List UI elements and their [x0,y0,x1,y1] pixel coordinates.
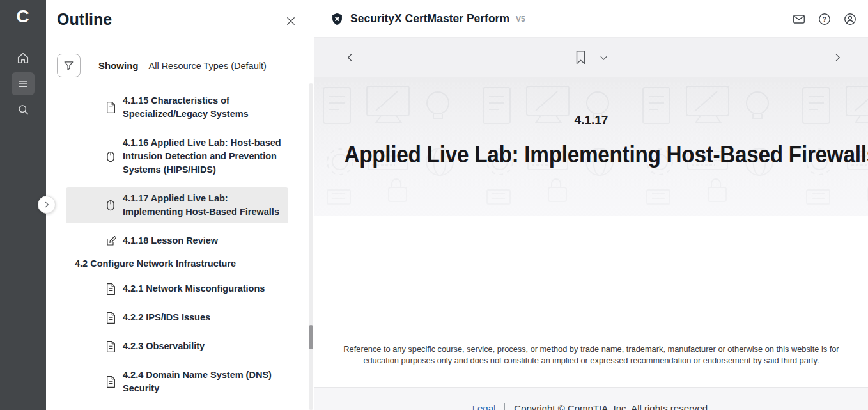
document-icon [105,375,117,388]
panel-collapse-button[interactable] [38,196,56,214]
outline-section-4-2[interactable]: 4.2 Configure Network Infrastructure [75,258,309,269]
outline-item-4-1-17-selected[interactable]: 4.1.17 Applied Live Lab: Implementing Ho… [66,187,288,223]
product-title: SecurityX CertMaster Perform [350,12,509,26]
lesson-title: Applied Live Lab: Implementing Host-Base… [314,141,868,168]
account-icon [843,12,857,26]
document-icon [105,340,117,353]
search-icon [17,103,30,116]
mail-icon [792,12,806,26]
outline-item-4-1-16[interactable]: 4.1.16 Applied Live Lab: Host-based Intr… [66,132,288,181]
outline-item-label: 4.2.1 Network Misconfigurations [123,282,265,296]
home-icon [16,51,30,65]
bookmark-icon [574,50,587,65]
close-outline-button[interactable] [282,12,300,30]
comptia-logo: C [0,6,46,27]
outline-item-label: 4.2.3 Observability [123,340,205,353]
account-button[interactable] [842,12,858,27]
menu-icon [17,77,29,90]
outline-item-4-2-1[interactable]: 4.2.1 Network Misconfigurations [66,278,288,300]
outline-panel-title: Outline [57,10,112,29]
outline-item-4-2-4[interactable]: 4.2.4 Domain Name System (DNS) Security [66,364,288,400]
document-icon [105,311,117,324]
footer-row: Legal Copyright © CompTIA, Inc. All righ… [314,403,868,410]
product-brand: SecurityX CertMaster Perform V5 [330,0,525,38]
sidebar-item-outline[interactable] [12,72,35,95]
lab-mouse-icon [105,150,117,163]
outline-filter-row: Showing All Resource Types (Default) [57,54,267,77]
lesson-hero-banner: 4.1.17 Applied Live Lab: Implementing Ho… [314,77,868,216]
lab-mouse-icon [105,199,117,212]
outline-item-label: 4.2.2 IPS/IDS Issues [123,311,210,324]
legal-link[interactable]: Legal [472,403,496,410]
close-icon [285,15,297,27]
product-version: V5 [516,15,525,24]
sidebar-item-home[interactable] [12,47,35,70]
bookmark-controls [314,38,868,77]
bookmark-menu-button[interactable] [599,53,608,63]
outline-item-label: 4.2.4 Domain Name System (DNS) Security [123,368,283,395]
outline-scrollbar-thumb[interactable] [309,325,313,349]
chevron-right-icon [832,52,842,63]
filter-button[interactable] [57,54,81,77]
copyright-text: Copyright © CompTIA, Inc. All rights res… [514,403,710,410]
edit-icon [105,235,117,247]
outline-scrollbar-track[interactable] [309,83,313,410]
bookmark-button[interactable] [574,50,587,65]
chevron-down-icon [599,53,608,63]
header-actions: ? [791,0,858,38]
messages-button[interactable] [791,12,807,27]
third-party-disclaimer: Reference to any specific course, servic… [341,343,842,367]
document-icon [105,283,117,296]
chevron-right-icon [43,201,50,209]
sidebar-item-search[interactable] [12,98,35,121]
help-button[interactable]: ? [817,12,832,27]
shield-x-icon [330,12,344,26]
lesson-toolbar [314,38,868,77]
lesson-number: 4.1.17 [314,113,868,127]
outline-item-label: 4.1.15 Characteristics of Specialized/Le… [123,94,283,121]
outline-item-4-1-15[interactable]: 4.1.15 Characteristics of Specialized/Le… [66,90,288,125]
outline-item-label: 4.1.18 Lesson Review [123,234,218,248]
outline-item-label: 4.1.17 Applied Live Lab: Implementing Ho… [123,192,283,219]
outline-item-4-1-18[interactable]: 4.1.18 Lesson Review [66,230,288,252]
outline-item-4-2-3[interactable]: 4.2.3 Observability [66,335,288,358]
outline-panel: Outline Showing All Resource Types (Defa… [46,0,314,410]
svg-text:?: ? [823,15,826,22]
filter-showing-label: Showing [98,60,139,71]
footer-divider [504,403,505,410]
product-header: SecurityX CertMaster Perform V5 ? [314,0,868,38]
help-icon: ? [818,12,832,26]
filter-value: All Resource Types (Default) [149,61,267,71]
filter-funnel-icon [63,59,75,72]
outline-list: 4.1.15 Characteristics of Specialized/Le… [46,90,309,410]
main-content: SecurityX CertMaster Perform V5 ? [314,0,868,410]
outline-item-4-2-5[interactable]: 4.2.5 Email Security [66,406,288,410]
page-footer: Legal Copyright © CompTIA, Inc. All righ… [314,387,868,410]
outline-item-4-2-2[interactable]: 4.2.2 IPS/IDS Issues [66,306,288,329]
outline-item-label: 4.1.16 Applied Live Lab: Host-based Intr… [123,136,283,177]
next-lesson-button[interactable] [830,50,845,65]
document-icon [105,101,117,114]
